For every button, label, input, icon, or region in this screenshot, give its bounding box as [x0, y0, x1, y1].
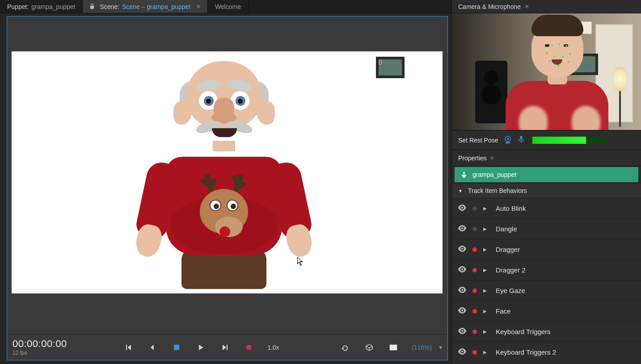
record-button[interactable] — [239, 340, 259, 355]
zoom-level[interactable]: (116%) — [412, 344, 432, 351]
svg-point-4 — [461, 227, 463, 229]
triangle-right-icon[interactable]: ▶ — [483, 247, 488, 252]
visibility-icon[interactable] — [458, 225, 466, 233]
go-to-start-button[interactable] — [118, 340, 139, 355]
camera-person — [506, 23, 608, 130]
svg-point-5 — [461, 248, 463, 250]
behavior-row[interactable]: ▶Keyboard Triggers — [452, 322, 641, 342]
svg-point-9 — [461, 330, 463, 332]
timecode: 00:00:00:00 — [13, 338, 67, 349]
lock-icon — [90, 3, 97, 10]
set-rest-pose-button[interactable]: Set Rest Pose — [458, 137, 498, 144]
svg-point-8 — [461, 310, 463, 311]
playback-speed[interactable]: 1.0x — [263, 344, 283, 351]
transport-bar: 00:00:00:00 0 12 fps 1.0x — [7, 334, 447, 360]
step-forward-button[interactable] — [215, 340, 235, 355]
timecode-frame: 0 — [376, 57, 405, 78]
mesh-view-button[interactable] — [359, 340, 380, 355]
behavior-name: Face — [496, 307, 510, 315]
visibility-icon[interactable] — [458, 307, 466, 315]
behavior-name: Auto Blink — [496, 205, 526, 212]
behavior-row[interactable]: ▶Face — [452, 301, 641, 322]
camera-toolbar: Set Rest Pose — [452, 130, 641, 150]
tab-puppet[interactable]: Puppet: grampa_puppet — [0, 0, 83, 13]
visibility-icon[interactable] — [458, 328, 466, 335]
tab-puppet-prefix: Puppet: — [7, 3, 29, 10]
arm-record-toggle[interactable] — [472, 227, 477, 231]
arm-record-toggle[interactable] — [472, 206, 477, 211]
bg-color-button[interactable] — [383, 340, 404, 355]
puppet-icon — [461, 172, 467, 178]
behavior-row[interactable]: ▶Dragger 2 — [452, 260, 641, 280]
play-button[interactable] — [190, 340, 211, 355]
svg-point-1 — [506, 138, 508, 140]
chevron-down-icon[interactable]: ▼ — [438, 345, 443, 350]
behavior-row[interactable]: ▶Dangle — [452, 219, 641, 239]
triangle-right-icon[interactable]: ▶ — [483, 329, 488, 334]
behavior-row[interactable]: ▶Eye Gaze — [452, 280, 641, 301]
hamburger-icon[interactable]: ≡ — [197, 3, 200, 10]
webcam-icon[interactable] — [504, 135, 512, 145]
selected-puppet-name: grampa_puppet — [472, 171, 516, 178]
tab-puppet-name: grampa_puppet — [31, 3, 75, 10]
svg-point-7 — [461, 289, 463, 291]
camera-feed[interactable] — [452, 13, 641, 130]
tab-bar: Puppet: grampa_puppet Scene: Scene – gra… — [0, 0, 451, 13]
behavior-name: Eye Gaze — [496, 287, 525, 294]
selected-puppet-row[interactable]: grampa_puppet — [455, 167, 638, 182]
visibility-icon[interactable] — [458, 246, 466, 253]
visibility-icon[interactable] — [458, 205, 466, 212]
visibility-icon[interactable] — [458, 287, 466, 294]
camera-panel-header: Camera & Microphone ≡ — [452, 0, 641, 13]
fps-label: 12 fps — [13, 350, 67, 356]
visibility-icon[interactable] — [458, 348, 466, 356]
svg-rect-2 — [520, 136, 522, 140]
arm-record-toggle[interactable] — [472, 350, 477, 355]
loop-button[interactable] — [335, 340, 355, 355]
triangle-right-icon[interactable]: ▶ — [483, 350, 488, 355]
tab-scene-prefix: Scene: — [100, 3, 119, 10]
arm-record-toggle[interactable] — [472, 330, 477, 334]
triangle-down-icon: ▼ — [458, 188, 464, 193]
svg-point-10 — [461, 351, 463, 352]
triangle-right-icon[interactable]: ▶ — [483, 268, 488, 272]
timecode-block[interactable]: 00:00:00:00 0 12 fps — [12, 339, 67, 356]
behavior-row[interactable]: ▶Dragger — [452, 239, 641, 260]
svg-point-3 — [461, 207, 463, 209]
hamburger-icon[interactable]: ≡ — [490, 155, 494, 161]
triangle-right-icon[interactable]: ▶ — [483, 309, 488, 314]
behavior-row[interactable]: ▶Auto Blink — [452, 198, 641, 219]
triangle-right-icon[interactable]: ▶ — [483, 206, 488, 211]
scene-canvas[interactable] — [12, 51, 443, 293]
behavior-name: Dragger 2 — [496, 266, 526, 274]
tab-scene[interactable]: Scene: Scene – grampa_puppet ≡ — [83, 0, 208, 13]
tab-welcome-label: Welcome — [215, 3, 241, 10]
mic-level-meter — [532, 137, 607, 144]
arm-record-toggle[interactable] — [472, 268, 477, 272]
camera-panel-title: Camera & Microphone — [458, 3, 521, 10]
behavior-list: ▶Auto Blink▶Dangle▶Dragger▶Dragger 2▶Eye… — [452, 198, 641, 363]
visibility-icon[interactable] — [458, 266, 466, 274]
hamburger-icon[interactable]: ≡ — [525, 3, 529, 10]
main-column: Puppet: grampa_puppet Scene: Scene – gra… — [0, 0, 451, 364]
behaviors-section-header[interactable]: ▼ Track Item Behaviors — [452, 183, 641, 198]
behavior-name: Dragger — [496, 246, 520, 253]
arm-record-toggle[interactable] — [472, 309, 477, 314]
behavior-name: Keyboard Triggers 2 — [496, 348, 556, 356]
arm-record-toggle[interactable] — [472, 289, 477, 293]
behavior-row[interactable]: ▶Keyboard Triggers 2 — [452, 342, 641, 363]
arm-record-toggle[interactable] — [472, 247, 477, 252]
triangle-right-icon[interactable]: ▶ — [483, 226, 488, 231]
stop-button[interactable] — [166, 340, 187, 355]
triangle-right-icon[interactable]: ▶ — [483, 288, 488, 293]
step-back-button[interactable] — [142, 340, 163, 355]
scene-viewport: 00:00:00:00 0 12 fps 1.0x — [7, 16, 448, 360]
behavior-name: Keyboard Triggers — [496, 328, 551, 335]
tab-welcome[interactable]: Welcome — [208, 0, 249, 13]
tab-scene-name: Scene – grampa_puppet — [122, 3, 190, 10]
microphone-icon[interactable] — [517, 135, 525, 145]
behavior-name: Dangle — [496, 225, 517, 233]
face-track-overlay-icon — [546, 36, 573, 67]
svg-point-6 — [461, 268, 463, 270]
side-column: Camera & Microphone ≡ Set Rest Pose — [451, 0, 641, 364]
